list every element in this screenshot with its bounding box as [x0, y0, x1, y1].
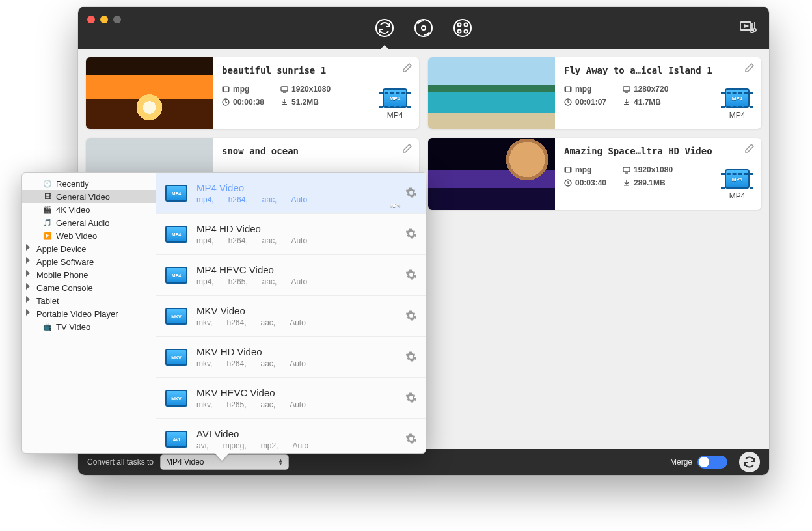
category-item[interactable]: Mobile Phone [22, 268, 156, 281]
format-specs: mkv,h265,aac,Auto [196, 400, 397, 409]
format-settings-button[interactable] [406, 228, 416, 241]
window-controls [87, 16, 121, 23]
clock-icon: 🕘 [43, 179, 52, 188]
category-item[interactable]: 🕘Recently [22, 177, 156, 190]
task-thumbnail[interactable] [428, 138, 555, 210]
task-thumbnail[interactable] [428, 57, 555, 129]
format-icon: MP4 [165, 185, 187, 202]
category-item[interactable]: ▶️Web Video [22, 229, 156, 242]
format-specs: avi,mjpeg,mp2,Auto [196, 441, 397, 450]
task-card[interactable]: beautiful sunrise 1 mpg 1920x1080 00:00:… [86, 57, 419, 129]
format-settings-button[interactable] [406, 351, 416, 364]
minimize-window-button[interactable] [100, 16, 108, 23]
svg-rect-28 [623, 167, 630, 172]
start-convert-button[interactable] [739, 452, 760, 472]
task-size: 51.2MB [280, 98, 352, 107]
task-title: snow and ocean [222, 146, 391, 156]
task-size: 41.7MB [623, 98, 694, 107]
svg-rect-12 [223, 87, 224, 92]
task-size: 289.1MB [623, 178, 694, 187]
format-preset-item[interactable]: MP4 MP4 HD Video mp4,h264,aac,Auto [156, 214, 426, 255]
format-name: MP4 HEVC Video [196, 264, 397, 275]
category-label: Apple Device [36, 244, 87, 254]
format-icon: MP4 [383, 195, 407, 210]
format-specs: mp4,h265,aac,Auto [196, 277, 397, 286]
task-output-format[interactable]: MP4 MP4 [380, 88, 410, 120]
category-label: General Video [56, 192, 110, 202]
category-label: TV Video [56, 322, 90, 332]
convert-all-label: Convert all tasks to [87, 457, 154, 467]
format-preset-list: MP4 MP4 Video mp4,h264,aac,Auto MP4 MP4 … [156, 173, 426, 453]
format-preset-item[interactable]: MKV MKV Video mkv,h264,aac,Auto [156, 296, 426, 337]
edit-task-button[interactable] [744, 62, 755, 75]
category-item[interactable]: Apple Device [22, 242, 156, 255]
titlebar [78, 7, 769, 49]
svg-rect-24 [624, 104, 629, 105]
format-specs: mkv,h264,aac,Auto [196, 359, 397, 368]
format-icon: MKV [165, 349, 187, 366]
task-output-format[interactable]: MP4 MP4 [722, 169, 752, 200]
format-settings-button[interactable] [406, 187, 416, 200]
category-label: Tablet [36, 296, 59, 306]
svg-point-6 [458, 30, 461, 33]
convert-mode-tab[interactable] [374, 18, 395, 38]
format-name: MKV Video [196, 305, 397, 316]
format-name: AVI Video [196, 428, 397, 439]
category-item[interactable]: 🎞General Video [22, 190, 156, 203]
audio-icon: 🎵 [43, 218, 52, 227]
category-item[interactable]: Tablet [22, 294, 156, 307]
format-preset-item[interactable]: AVI AVI Video avi,mjpeg,mp2,Auto [156, 419, 426, 453]
category-label: Mobile Phone [36, 270, 88, 280]
svg-rect-27 [570, 167, 571, 172]
zoom-window-button[interactable] [113, 16, 121, 23]
merge-toggle[interactable] [697, 456, 727, 469]
category-item[interactable]: 📺TV Video [22, 320, 156, 333]
media-mode-tab[interactable] [452, 18, 473, 38]
category-item[interactable]: 🎬4K Video [22, 203, 156, 216]
media-library-button[interactable] [739, 18, 757, 38]
category-label: Game Console [36, 283, 93, 293]
task-card[interactable]: Fly Away to a…ical Island 1 mpg 1280x720… [428, 57, 761, 129]
format-name: MP4 Video [196, 182, 397, 193]
close-window-button[interactable] [87, 16, 95, 23]
format-icon: MKV [165, 308, 187, 325]
category-item[interactable]: Game Console [22, 281, 156, 294]
svg-point-5 [465, 23, 468, 27]
category-label: Apple Software [36, 257, 94, 267]
disclosure-triangle-icon [26, 270, 30, 277]
svg-point-0 [376, 20, 393, 36]
task-thumbnail[interactable] [86, 57, 213, 129]
task-card[interactable]: Amazing Space…ltra HD Video mpg 1920x108… [428, 138, 761, 210]
format-icon: MP4 [165, 267, 187, 284]
format-preset-item[interactable]: MP4 MP4 HEVC Video mp4,h265,aac,Auto [156, 255, 426, 296]
format-settings-button[interactable] [406, 392, 416, 405]
category-item[interactable]: Apple Software [22, 255, 156, 268]
format-icon: MP4 [725, 88, 750, 108]
category-label: Recently [56, 179, 89, 189]
format-name: MKV HEVC Video [196, 387, 397, 398]
task-format: mpg [222, 85, 280, 94]
format-preset-item[interactable]: MKV MKV HEVC Video mkv,h265,aac,Auto [156, 378, 426, 419]
task-duration: 00:03:40 [564, 178, 623, 187]
category-item[interactable]: 🎵General Audio [22, 216, 156, 229]
format-settings-button[interactable] [406, 310, 416, 323]
task-output-format[interactable]: MP4 [380, 195, 410, 210]
svg-point-7 [465, 30, 468, 33]
task-output-format[interactable]: MP4 MP4 [722, 88, 752, 120]
format-settings-button[interactable] [406, 433, 416, 446]
format-icon: MP4 [725, 169, 750, 189]
chevron-updown-icon: ▲▼ [278, 459, 283, 465]
svg-rect-14 [281, 87, 288, 91]
edit-task-button[interactable] [402, 143, 413, 156]
disclosure-triangle-icon [26, 244, 30, 251]
category-item[interactable]: Portable Video Player [22, 307, 156, 320]
format-specs: mkv,h264,aac,Auto [196, 318, 397, 327]
svg-rect-26 [565, 167, 566, 172]
task-format: mpg [564, 85, 623, 94]
edit-task-button[interactable] [744, 143, 755, 156]
disc-mode-tab[interactable] [413, 18, 434, 38]
edit-task-button[interactable] [402, 62, 413, 75]
svg-rect-17 [282, 104, 287, 105]
format-settings-button[interactable] [406, 269, 416, 282]
format-preset-item[interactable]: MKV MKV HD Video mkv,h264,aac,Auto [156, 337, 426, 378]
